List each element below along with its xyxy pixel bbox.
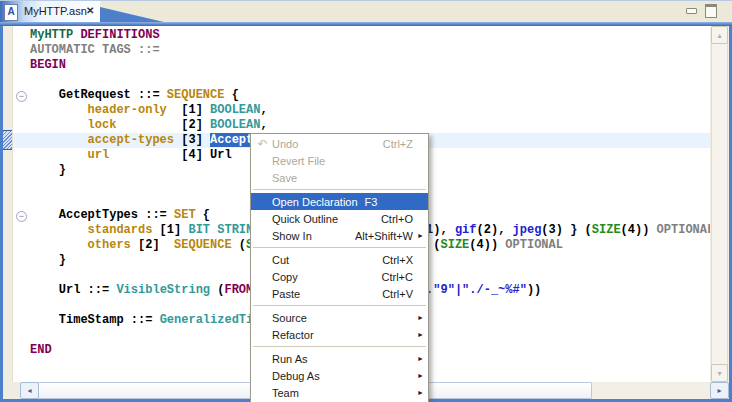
minimize-icon [686,8,697,14]
code-token [30,103,88,117]
menu-item-undo: ↶UndoCtrl+Z [251,135,428,152]
code-line: header-only [1] BOOLEAN, [30,103,710,118]
code-token: url [88,148,110,162]
tab-curve-fill [100,1,168,23]
asn-file-icon: A [4,4,18,21]
code-token [30,133,88,147]
scroll-left-icon: ◂ [27,386,31,395]
code-token: MyHTTP [30,28,73,42]
menu-item-cut[interactable]: CutCtrl+X [251,251,428,268]
tab-title: MyHTTP.asn [24,5,87,17]
menu-item-source[interactable]: Source► [251,309,428,326]
code-token: SET [174,208,196,222]
menu-item-shortcut: F3 [365,196,378,208]
menu-item-revert-file: Revert File [251,152,428,169]
code-token: [1] [167,103,210,117]
code-token: lock [88,118,117,132]
window-border-left [0,26,3,402]
code-token: [4] Url [109,148,231,162]
menu-item-label: Undo [272,138,298,150]
submenu-arrow-icon: ► [417,355,424,362]
code-token: (2), [477,223,513,237]
scroll-down-button[interactable]: ▾ [711,364,728,382]
menu-item-label: Source [272,312,307,324]
menu-item-quick-outline[interactable]: Quick OutlineCtrl+O [251,210,428,227]
menu-item-run-as[interactable]: Run As► [251,350,428,367]
menu-item-debug-as[interactable]: Debug As► [251,367,428,384]
menu-item-label: Copy [272,271,298,283]
menu-separator [253,346,426,347]
menu-item-show-in[interactable]: Show InAlt+Shift+W► [251,227,428,244]
code-token: others [88,238,131,252]
menu-item-refactor[interactable]: Refactor► [251,326,428,343]
minimize-button[interactable] [684,4,698,17]
scroll-right-button[interactable]: ▸ [710,382,729,399]
menu-item-label: Debug As [272,370,320,382]
annotation-ruler [3,26,13,382]
code-line: lock [2] BOOLEAN, [30,118,710,133]
vertical-scrollbar[interactable]: ▴ ▾ [710,26,729,382]
scrollbar-corner [3,382,20,399]
code-token: } [30,253,66,267]
menu-item-paste[interactable]: PasteCtrl+V [251,285,428,302]
fold-toggle-icon[interactable]: − [16,91,27,102]
code-token [30,148,88,162]
scroll-right-icon: ▸ [717,386,721,395]
context-menu: ↶UndoCtrl+ZRevert FileSaveOpen Declarati… [250,133,429,402]
code-token: FROM [224,283,253,297]
menu-item-label: Cut [272,254,289,266]
code-token: SEQUENCE [174,238,232,252]
menu-item-shortcut: Alt+Shift+W [355,230,413,242]
menu-item-team[interactable]: Team► [251,384,428,401]
scroll-down-icon: ▾ [717,369,721,378]
code-token: OPTIONAL [505,238,563,252]
code-token: accept-types [88,133,174,147]
editor-tab[interactable]: A MyHTTP.asn ✕ [0,1,100,23]
code-token: BOOLEAN [210,118,260,132]
maximize-button[interactable] [704,4,718,17]
code-token: TimeStamp ::= [30,313,160,327]
menu-item-shortcut: Ctrl+X [382,254,413,266]
code-token: , [260,118,267,132]
code-token: AUTOMATIC TAGS ::= [30,43,160,57]
editor-tab-bar: A MyHTTP.asn ✕ [0,0,732,23]
menu-item-label: Refactor [272,329,314,341]
code-token [30,223,88,237]
submenu-arrow-icon: ► [417,232,424,239]
code-token: { [224,88,238,102]
menu-item-label: Revert File [272,155,325,167]
code-token: [3] [174,133,210,147]
code-token: SIZE [592,223,621,237]
editor-window: A MyHTTP.asn ✕ − − MyHTTP DEFINITIONSAUT… [0,0,732,402]
code-token: BEGIN [30,58,66,72]
code-token: (4)) [621,223,657,237]
code-token: standards [88,223,153,237]
fold-toggle-icon[interactable]: − [16,211,27,222]
close-icon[interactable]: ✕ [86,5,94,16]
code-token: OPTIONAL [657,223,710,237]
undo-icon: ↶ [253,137,272,151]
submenu-arrow-icon: ► [417,331,424,338]
submenu-arrow-icon: ► [417,389,424,396]
asn-file-icon-letter: A [7,6,14,17]
menu-separator [253,189,426,190]
menu-item-shortcut: Ctrl+V [382,288,413,300]
code-token: , [260,103,267,117]
code-line: GetRequest ::= SEQUENCE { [30,88,710,103]
vertical-scroll-track[interactable] [711,42,728,366]
menu-item-copy[interactable]: CopyCtrl+C [251,268,428,285]
menu-separator [253,305,426,306]
code-token: END [30,343,52,357]
code-line [30,73,710,88]
code-token: [2] [131,238,174,252]
scroll-left-button[interactable]: ◂ [20,382,39,399]
menu-item-label: Save [272,172,297,184]
menu-item-label: Quick Outline [272,213,338,225]
scroll-up-button[interactable]: ▴ [711,26,728,44]
menu-item-label: Team [272,387,299,399]
code-line: BEGIN [30,58,710,73]
code-token: [2] [116,118,210,132]
code-token: ( [232,238,246,252]
code-token: header-only [88,103,167,117]
menu-item-open-declaration[interactable]: Open DeclarationF3 [251,193,428,210]
